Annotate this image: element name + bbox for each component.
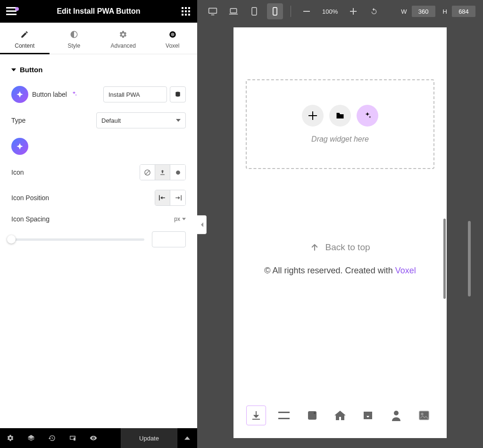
svg-rect-10 — [185, 14, 187, 16]
svg-rect-20 — [209, 8, 217, 13]
icon-spacing-input[interactable] — [152, 231, 186, 247]
icon-position-left[interactable] — [155, 190, 170, 205]
laptop-icon — [229, 8, 238, 15]
menu-button[interactable] — [0, 7, 23, 16]
nav-profile[interactable] — [386, 406, 406, 425]
icon-spacing-slider[interactable] — [11, 238, 144, 241]
ai-widget-button[interactable] — [357, 105, 378, 127]
dropzone-hint: Drag widget here — [311, 135, 369, 144]
preview-area: 100% W H — [197, 0, 483, 448]
menu-lines-icon — [278, 412, 290, 419]
dynamic-icon[interactable] — [71, 91, 77, 99]
circle-icon — [175, 169, 182, 176]
tab-label: Style — [67, 42, 80, 49]
nav-home[interactable] — [330, 406, 350, 425]
post-icon — [307, 410, 318, 421]
section-button[interactable]: Button — [11, 54, 186, 81]
svg-rect-32 — [278, 418, 290, 419]
tablet-icon — [251, 7, 258, 16]
settings-button[interactable] — [0, 428, 21, 448]
update-options-button[interactable] — [177, 428, 197, 448]
field-icon: Icon — [11, 160, 186, 185]
device-frame: Drag widget here Back to top © All right… — [233, 27, 447, 438]
zoom-level: 100% — [322, 8, 338, 15]
svg-rect-11 — [188, 14, 190, 16]
navigator-button[interactable] — [21, 428, 42, 448]
device-desktop-button[interactable] — [205, 3, 221, 19]
svg-point-34 — [314, 412, 316, 414]
device-laptop-button[interactable] — [225, 3, 242, 19]
stage-scrollbar[interactable] — [468, 221, 471, 296]
preview-button[interactable] — [83, 428, 104, 448]
device-tablet-button[interactable] — [246, 3, 262, 19]
svg-point-12 — [170, 32, 175, 37]
nav-install[interactable] — [246, 406, 266, 425]
editor-panel: Edit Install PWA Button Content Style Ad… — [0, 0, 197, 448]
zoom-in-button[interactable] — [345, 3, 361, 19]
device-bottom-nav — [233, 402, 447, 429]
svg-rect-26 — [303, 11, 310, 12]
icon-library-button[interactable] — [170, 165, 185, 180]
unit-selector[interactable]: px — [174, 216, 186, 222]
preview-stage: Drag widget here Back to top © All right… — [197, 23, 483, 448]
nav-inbox[interactable] — [358, 406, 378, 425]
zoom-reset-button[interactable] — [366, 3, 382, 19]
voxel-link[interactable]: Voxel — [395, 266, 416, 275]
home-icon — [334, 410, 346, 421]
svg-rect-22 — [230, 8, 236, 13]
chevron-left-icon — [200, 222, 204, 228]
svg-rect-9 — [182, 14, 183, 16]
nav-posts[interactable] — [302, 406, 322, 425]
download-icon — [250, 410, 262, 421]
svg-rect-1 — [6, 10, 17, 12]
svg-rect-24 — [252, 8, 257, 15]
zoom-out-button[interactable] — [299, 3, 315, 19]
history-icon — [48, 434, 56, 442]
dynamic-tags-button[interactable] — [170, 86, 186, 102]
svg-rect-17 — [159, 195, 160, 200]
height-input[interactable] — [452, 6, 475, 17]
preview-toolbar: 100% W H — [197, 0, 483, 23]
inbox-icon — [362, 410, 374, 421]
svg-rect-2 — [6, 14, 17, 15]
responsive-button[interactable] — [62, 428, 83, 448]
slider-thumb[interactable] — [7, 235, 16, 244]
button-label-input[interactable] — [103, 86, 167, 102]
history-button[interactable] — [42, 428, 62, 448]
user-icon — [391, 410, 401, 421]
icon-upload-button[interactable] — [155, 165, 170, 180]
panel-title: Edit Install PWA Button — [23, 7, 175, 16]
device-scrollbar[interactable] — [443, 219, 446, 299]
device-mobile-button[interactable] — [267, 3, 283, 19]
icon-position-right[interactable] — [170, 190, 185, 205]
svg-rect-8 — [188, 10, 190, 12]
template-library-button[interactable] — [329, 105, 351, 127]
type-select[interactable]: Default — [96, 112, 186, 128]
svg-rect-19 — [74, 438, 75, 441]
add-widget-button[interactable] — [302, 105, 324, 127]
tab-advanced[interactable]: Advanced — [99, 23, 148, 54]
layers-icon — [27, 434, 35, 442]
tab-label: Advanced — [111, 42, 136, 49]
width-input[interactable] — [412, 6, 435, 17]
plus-icon — [308, 111, 317, 120]
icon-none-button[interactable] — [140, 165, 155, 180]
svg-rect-18 — [181, 195, 182, 200]
tab-content[interactable]: Content — [0, 23, 50, 54]
tab-style[interactable]: Style — [50, 23, 99, 54]
unsaved-indicator — [15, 7, 19, 11]
height-label: H — [443, 8, 447, 15]
field-icon-position: Icon Position — [11, 185, 186, 211]
nav-menu[interactable] — [274, 406, 294, 425]
collapse-panel-button[interactable] — [197, 215, 207, 234]
drop-zone[interactable]: Drag widget here — [246, 79, 434, 169]
plus-icon — [350, 8, 357, 15]
tab-voxel[interactable]: Voxel — [148, 23, 198, 54]
update-button[interactable]: Update — [121, 428, 177, 448]
widgets-grid-button[interactable] — [175, 7, 197, 16]
undo-icon — [370, 8, 378, 15]
svg-rect-3 — [182, 7, 183, 9]
back-to-top[interactable]: Back to top — [233, 242, 447, 253]
nav-image[interactable] — [414, 406, 434, 425]
caret-down-icon — [182, 217, 186, 221]
